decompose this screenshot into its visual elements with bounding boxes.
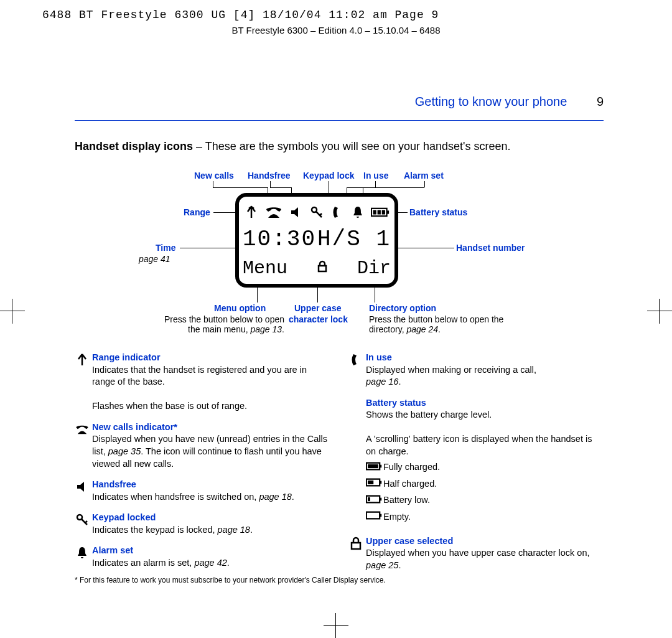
callout-in-use: In use — [363, 171, 388, 181]
svg-rect-12 — [380, 481, 381, 484]
callout-alarm-set: Alarm set — [404, 171, 444, 181]
callout-menu-body: Press the button below to open the main … — [138, 314, 284, 334]
footnote: * For this feature to work you must subs… — [75, 576, 604, 584]
battery-half-icon — [366, 477, 382, 487]
battery-icon — [371, 203, 390, 222]
callout-battery: Battery status — [409, 207, 467, 217]
key-icon — [309, 205, 324, 220]
intro-line: Handset display icons – These are the sy… — [75, 140, 604, 153]
intro-rest: – These are the symbols you will see on … — [193, 140, 510, 152]
svg-rect-10 — [368, 464, 378, 467]
svg-rect-4 — [378, 210, 381, 214]
svg-rect-3 — [373, 210, 376, 214]
def-uppercase: Upper case selected Displayed when you h… — [348, 535, 604, 572]
callout-menu-option: Menu option — [214, 303, 266, 313]
svg-point-7 — [77, 515, 82, 520]
def-battery: Battery status Shows the battery charge … — [348, 397, 604, 527]
speaker-icon — [289, 205, 304, 220]
section-header: Getting to know your phone 9 — [75, 95, 604, 121]
range-icon — [244, 205, 259, 220]
icon-definitions: Range indicator Indicates that the hands… — [75, 352, 604, 580]
defs-right-column: In use Displayed when making or receivin… — [348, 352, 604, 580]
lcd-icon-row — [243, 200, 391, 224]
section-title: Getting to know your phone — [415, 95, 567, 108]
callout-range: Range — [184, 207, 210, 217]
def-range: Range indicator Indicates that the hands… — [75, 352, 330, 413]
def-in-use: In use Displayed when making or receivin… — [348, 352, 604, 388]
defs-left-column: Range indicator Indicates that the hands… — [75, 352, 330, 580]
def-alarm: Alarm set Indicates an alarm is set, pag… — [75, 545, 330, 569]
handset-icon — [330, 205, 345, 220]
svg-rect-5 — [382, 210, 385, 214]
lcd-handset: H/S 1 — [317, 227, 391, 252]
callout-time-page: page 41 — [139, 254, 170, 264]
svg-rect-19 — [352, 543, 360, 549]
callout-time: Time — [156, 243, 175, 253]
def-keypad: Keypad locked Indicates the keypad is lo… — [75, 512, 330, 536]
svg-rect-15 — [380, 497, 381, 500]
lcd-menu: Menu — [243, 258, 287, 279]
svg-rect-16 — [368, 497, 370, 501]
callout-new-calls: New calls — [194, 171, 234, 181]
battery-full-icon — [366, 461, 382, 471]
def-handsfree: Handsfree Indicates when handsfree is sw… — [75, 479, 330, 503]
battery-empty-icon — [366, 510, 382, 520]
handset-lcd: 10:30 H/S 1 Menu Dir — [235, 193, 398, 288]
intro-heading: Handset display icons — [75, 140, 193, 152]
callout-handsfree: Handsfree — [248, 171, 290, 181]
lcd-softkey-row: Menu Dir — [243, 258, 391, 279]
lock-icon — [348, 536, 363, 551]
crop-mark-bottom — [324, 613, 348, 638]
key-icon — [75, 512, 90, 527]
svg-rect-18 — [380, 514, 381, 517]
callout-upper-case-2: character lock — [289, 314, 348, 324]
svg-rect-2 — [387, 210, 390, 213]
lcd-time-row: 10:30 H/S 1 — [243, 227, 391, 252]
phone-icon — [264, 203, 283, 222]
svg-rect-9 — [380, 464, 381, 467]
edition-line: BT Freestyle 6300 – Edition 4.0 – 15.10.… — [0, 25, 672, 35]
phone-icon — [75, 422, 90, 437]
crop-mark-left — [0, 299, 25, 324]
range-icon — [75, 352, 90, 367]
crop-mark-right — [647, 299, 672, 324]
bell-icon — [75, 545, 90, 560]
print-slug: 6488 BT Freestyle 6300 UG [4] 18/10/04 1… — [42, 9, 439, 21]
speaker-icon — [75, 479, 90, 494]
battery-levels: Fully charged. Half charged. Battery low… — [366, 461, 604, 524]
page-number: 9 — [597, 95, 604, 108]
callout-handset-number: Handset number — [456, 243, 525, 253]
bell-icon — [350, 205, 365, 220]
callout-upper-case-1: Upper case — [294, 303, 341, 313]
lcd-time: 10:30 — [243, 227, 316, 252]
svg-point-0 — [312, 207, 317, 212]
callout-directory-body: Press the button below to open the direc… — [369, 314, 525, 334]
svg-rect-13 — [368, 481, 373, 484]
callout-directory: Directory option — [369, 303, 436, 313]
uppercase-lock-icon — [315, 259, 330, 278]
battery-low-icon — [366, 494, 382, 504]
callout-keypad-lock: Keypad lock — [303, 171, 354, 181]
svg-rect-17 — [366, 512, 380, 519]
lcd-dir: Dir — [357, 258, 391, 279]
svg-rect-6 — [319, 266, 326, 271]
def-new-calls: New calls indicator* Displayed when you … — [75, 421, 330, 470]
handset-icon — [348, 352, 363, 367]
